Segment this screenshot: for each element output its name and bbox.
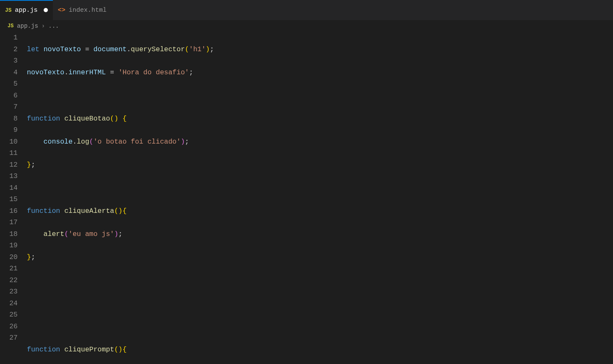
breadcrumb-tail: ... [48, 23, 59, 29]
tab-label: index.html [69, 7, 107, 14]
chevron-right-icon: › [42, 23, 45, 29]
dirty-indicator-icon [44, 8, 48, 12]
code-area[interactable]: let novoTexto = document.querySelector('… [27, 32, 613, 364]
breadcrumb[interactable]: JS app.js › ... [0, 20, 613, 32]
line-gutter: 1234567891011121314151617181920212223242… [0, 32, 27, 364]
code-editor[interactable]: 1234567891011121314151617181920212223242… [0, 32, 613, 364]
tab-index-html[interactable]: <> index.html [53, 0, 112, 20]
js-icon: JS [8, 23, 13, 29]
tab-bar: JS app.js <> index.html [0, 0, 613, 20]
tab-app-js[interactable]: JS app.js [0, 0, 53, 20]
breadcrumb-file: app.js [17, 23, 38, 29]
html-icon: <> [58, 7, 65, 14]
js-icon: JS [5, 7, 12, 13]
tab-label: app.js [15, 7, 38, 14]
